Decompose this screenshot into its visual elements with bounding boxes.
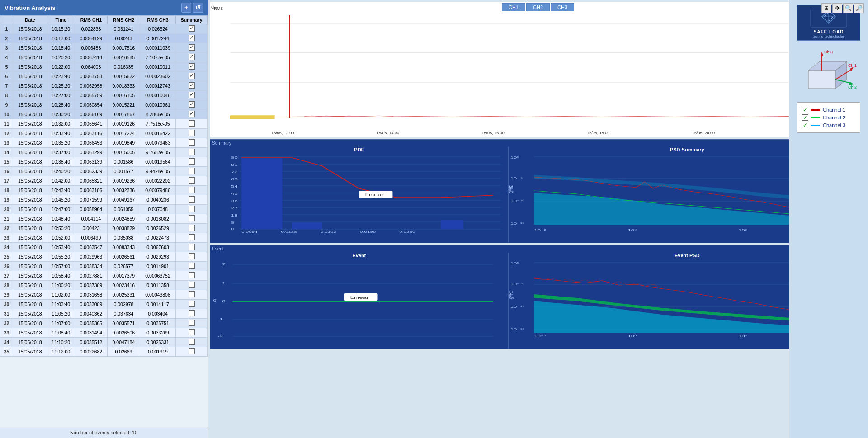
row-checkbox[interactable] bbox=[189, 206, 195, 212]
ch1-tab[interactable]: CH1 bbox=[502, 3, 525, 11]
row-checkbox[interactable] bbox=[189, 35, 195, 41]
row-checkbox[interactable] bbox=[189, 111, 195, 117]
row-summary-check[interactable] bbox=[176, 186, 208, 195]
row-checkbox[interactable] bbox=[189, 139, 195, 146]
row-checkbox[interactable] bbox=[189, 215, 195, 221]
table-row[interactable]: 25 15/05/2018 10:55:20 0.0029963 0.00265… bbox=[0, 252, 208, 262]
table-row[interactable]: 31 15/05/2018 11:05:20 0.0040362 0.03763… bbox=[0, 309, 208, 319]
row-checkbox[interactable] bbox=[189, 82, 195, 89]
row-summary-check[interactable] bbox=[176, 119, 208, 129]
row-summary-check[interactable] bbox=[176, 157, 208, 167]
table-row[interactable]: 34 15/05/2018 11:10:20 0.0035512 0.00471… bbox=[0, 338, 208, 347]
row-summary-check[interactable] bbox=[176, 262, 208, 271]
table-row[interactable]: 26 15/05/2018 10:57:00 0.0038334 0.02657… bbox=[0, 262, 208, 271]
row-checkbox[interactable] bbox=[189, 177, 195, 184]
row-checkbox[interactable] bbox=[189, 63, 195, 70]
table-row[interactable]: 11 15/05/2018 10:32:00 0.0065641 0.00191… bbox=[0, 119, 208, 129]
table-row[interactable]: 27 15/05/2018 10:58:40 0.0027881 0.00173… bbox=[0, 271, 208, 281]
row-checkbox[interactable] bbox=[189, 73, 195, 79]
row-summary-check[interactable] bbox=[176, 271, 208, 281]
row-summary-check[interactable] bbox=[176, 233, 208, 243]
row-checkbox[interactable] bbox=[189, 158, 195, 165]
row-summary-check[interactable] bbox=[176, 129, 208, 138]
row-checkbox[interactable] bbox=[189, 320, 195, 326]
row-checkbox[interactable] bbox=[189, 168, 195, 174]
row-summary-check[interactable] bbox=[176, 53, 208, 62]
zoom-out-tool-btn[interactable]: 🔎 bbox=[854, 3, 864, 13]
table-row[interactable]: 29 15/05/2018 11:02:00 0.0031658 0.00253… bbox=[0, 290, 208, 300]
row-summary-check[interactable] bbox=[176, 91, 208, 100]
table-row[interactable]: 20 15/05/2018 10:47:00 0.0058904 0.06105… bbox=[0, 205, 208, 214]
row-summary-check[interactable] bbox=[176, 338, 208, 347]
row-summary-check[interactable] bbox=[176, 243, 208, 252]
row-checkbox[interactable] bbox=[189, 54, 195, 60]
table-row[interactable]: 4 15/05/2018 10:20:20 0.0067414 0.001658… bbox=[0, 53, 208, 62]
legend-item-ch1[interactable]: ✓ Channel 1 bbox=[802, 107, 855, 113]
row-summary-check[interactable] bbox=[176, 62, 208, 72]
row-summary-check[interactable] bbox=[176, 328, 208, 338]
row-summary-check[interactable] bbox=[176, 300, 208, 309]
row-checkbox[interactable] bbox=[189, 234, 195, 240]
row-checkbox[interactable] bbox=[189, 291, 195, 297]
row-summary-check[interactable] bbox=[176, 214, 208, 224]
row-checkbox[interactable] bbox=[189, 272, 195, 278]
row-checkbox[interactable] bbox=[189, 263, 195, 269]
row-checkbox[interactable] bbox=[189, 44, 195, 51]
row-checkbox[interactable] bbox=[189, 101, 195, 108]
row-summary-check[interactable] bbox=[176, 195, 208, 205]
table-row[interactable]: 13 15/05/2018 10:35:20 0.0066453 0.00198… bbox=[0, 138, 208, 148]
pan-tool-btn[interactable]: ✥ bbox=[832, 3, 842, 13]
row-summary-check[interactable] bbox=[176, 24, 208, 34]
table-row[interactable]: 3 15/05/2018 10:18:40 0.006483 0.0017516… bbox=[0, 43, 208, 53]
legend-item-ch2[interactable]: ✓ Channel 2 bbox=[802, 114, 855, 121]
row-checkbox[interactable] bbox=[189, 310, 195, 316]
row-checkbox[interactable] bbox=[189, 282, 195, 288]
table-row[interactable]: 17 15/05/2018 10:42:00 0.0065321 0.00192… bbox=[0, 176, 208, 186]
ch2-tab[interactable]: CH2 bbox=[526, 3, 550, 11]
row-summary-check[interactable] bbox=[176, 309, 208, 319]
row-summary-check[interactable] bbox=[176, 224, 208, 233]
row-summary-check[interactable] bbox=[176, 81, 208, 91]
row-summary-check[interactable] bbox=[176, 110, 208, 119]
table-row[interactable]: 21 15/05/2018 10:48:40 0.004114 0.002485… bbox=[0, 214, 208, 224]
table-row[interactable]: 12 15/05/2018 10:33:40 0.0063116 0.00172… bbox=[0, 129, 208, 138]
table-row[interactable]: 19 15/05/2018 10:45:20 0.0071599 0.00491… bbox=[0, 195, 208, 205]
table-row[interactable]: 15 15/05/2018 10:38:40 0.0063139 0.00158… bbox=[0, 157, 208, 167]
table-row[interactable]: 14 15/05/2018 10:37:00 0.0061299 0.00150… bbox=[0, 148, 208, 157]
row-summary-check[interactable] bbox=[176, 176, 208, 186]
row-checkbox[interactable] bbox=[189, 196, 195, 203]
table-row[interactable]: 10 15/05/2018 10:30:20 0.0066169 0.00178… bbox=[0, 110, 208, 119]
table-row[interactable]: 28 15/05/2018 11:00:20 0.0037389 0.00234… bbox=[0, 281, 208, 290]
ch3-checkbox[interactable]: ✓ bbox=[802, 122, 808, 128]
row-checkbox[interactable] bbox=[189, 120, 195, 127]
table-row[interactable]: 30 15/05/2018 11:03:40 0.0033089 0.00297… bbox=[0, 300, 208, 309]
table-row[interactable]: 24 15/05/2018 10:53:40 0.0063547 0.00833… bbox=[0, 243, 208, 252]
row-checkbox[interactable] bbox=[189, 130, 195, 136]
row-checkbox[interactable] bbox=[189, 348, 195, 354]
row-summary-check[interactable] bbox=[176, 281, 208, 290]
row-checkbox[interactable] bbox=[189, 301, 195, 307]
table-row[interactable]: 5 15/05/2018 10:22:00 0.064003 0.016335 … bbox=[0, 62, 208, 72]
table-row[interactable]: 16 15/05/2018 10:40:20 0.0062339 0.00157… bbox=[0, 167, 208, 176]
row-summary-check[interactable] bbox=[176, 167, 208, 176]
row-summary-check[interactable] bbox=[176, 34, 208, 43]
table-row[interactable]: 35 15/05/2018 11:12:00 0.0022682 0.02669… bbox=[0, 347, 208, 357]
row-summary-check[interactable] bbox=[176, 205, 208, 214]
row-checkbox[interactable] bbox=[189, 253, 195, 259]
reset-button[interactable]: ↺ bbox=[193, 3, 203, 13]
row-checkbox[interactable] bbox=[189, 339, 195, 345]
table-row[interactable]: 8 15/05/2018 10:27:00 0.0065759 0.001610… bbox=[0, 91, 208, 100]
row-checkbox[interactable] bbox=[189, 329, 195, 335]
row-summary-check[interactable] bbox=[176, 319, 208, 328]
row-summary-check[interactable] bbox=[176, 100, 208, 110]
legend-item-ch3[interactable]: ✓ Channel 3 bbox=[802, 122, 855, 128]
table-row[interactable]: 18 15/05/2018 10:43:40 0.0063186 0.00323… bbox=[0, 186, 208, 195]
row-summary-check[interactable] bbox=[176, 148, 208, 157]
table-row[interactable]: 9 15/05/2018 10:28:40 0.0060854 0.001522… bbox=[0, 100, 208, 110]
ch2-checkbox[interactable]: ✓ bbox=[802, 114, 808, 121]
ch1-checkbox[interactable]: ✓ bbox=[802, 107, 808, 113]
row-summary-check[interactable] bbox=[176, 138, 208, 148]
table-row[interactable]: 7 15/05/2018 10:25:20 0.0062958 0.001833… bbox=[0, 81, 208, 91]
row-summary-check[interactable] bbox=[176, 72, 208, 81]
grid-tool-btn[interactable]: ⊞ bbox=[821, 3, 831, 13]
